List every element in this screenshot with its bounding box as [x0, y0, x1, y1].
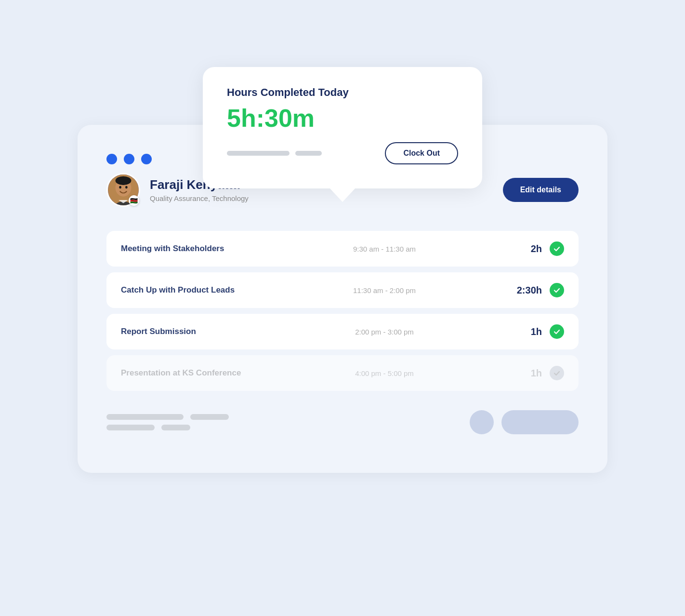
footer-bar-row-2 [106, 425, 229, 430]
dot-2 [124, 154, 134, 164]
task-name: Presentation at KS Conference [121, 368, 265, 378]
task-name: Report Submission [121, 327, 265, 336]
footer-bar-row-1 [106, 414, 229, 420]
check-icon-inactive [550, 366, 564, 380]
task-name: Meeting with Stakeholders [121, 244, 265, 254]
dot-3 [141, 154, 152, 164]
clock-out-button[interactable]: Clock Out [385, 142, 458, 164]
hours-card-footer: Clock Out [227, 142, 458, 164]
task-time: 11:30 am - 2:00 pm [265, 286, 503, 295]
task-row: Report Submission 2:00 pm - 3:00 pm 1h [106, 314, 579, 349]
task-row: Catch Up with Product Leads 11:30 am - 2… [106, 272, 579, 308]
progress-bar-long [227, 151, 290, 156]
task-name: Catch Up with Product Leads [121, 285, 265, 295]
svg-point-3 [116, 176, 132, 185]
footer-right [470, 410, 579, 434]
task-duration: 2:30h [503, 285, 542, 296]
footer-pill [501, 410, 579, 434]
profile-role: Quality Assurance, Technology [150, 194, 249, 202]
task-list: Meeting with Stakeholders 9:30 am - 11:3… [106, 231, 579, 391]
task-row: Meeting with Stakeholders 9:30 am - 11:3… [106, 231, 579, 267]
progress-bars [227, 151, 322, 156]
avatar-container: 🇰🇪 [106, 173, 140, 207]
footer-left-bars [106, 414, 229, 430]
hours-card: Hours Completed Today 5h:30m Clock Out [203, 67, 482, 188]
progress-bar-short [295, 151, 322, 156]
task-duration: 2h [503, 243, 542, 254]
task-time: 2:00 pm - 3:00 pm [265, 328, 503, 336]
bottom-footer [106, 410, 579, 434]
hours-card-title: Hours Completed Today [227, 86, 458, 99]
task-duration: 1h [503, 368, 542, 379]
footer-circle [470, 410, 494, 434]
footer-bar-short-2 [161, 425, 190, 430]
check-icon [550, 324, 564, 339]
footer-bar-long-2 [106, 425, 155, 430]
check-icon [550, 241, 564, 256]
hours-card-value: 5h:30m [227, 104, 458, 133]
task-row: Presentation at KS Conference 4:00 pm - … [106, 355, 579, 391]
task-time: 4:00 pm - 5:00 pm [265, 369, 503, 377]
check-icon [550, 283, 564, 297]
dot-1 [106, 154, 117, 164]
edit-details-button[interactable]: Edit details [503, 178, 579, 202]
dots-decoration [106, 154, 152, 164]
footer-bar-long-1 [106, 414, 184, 420]
svg-point-4 [119, 186, 121, 188]
task-time: 9:30 am - 11:30 am [265, 245, 503, 253]
footer-bar-short-1 [190, 414, 229, 420]
flag-badge: 🇰🇪 [129, 195, 139, 206]
svg-point-5 [125, 186, 128, 188]
task-duration: 1h [503, 326, 542, 337]
